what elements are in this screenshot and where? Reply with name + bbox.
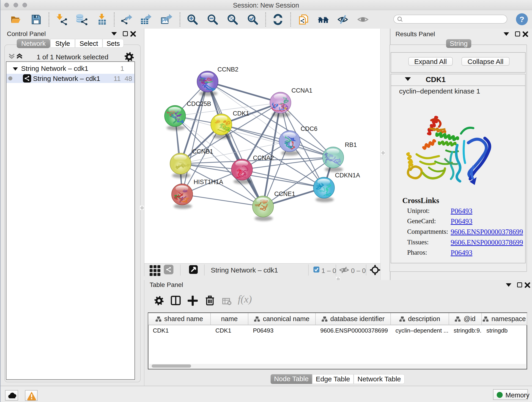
svg-text:CCNA2: CCNA2 xyxy=(253,154,274,161)
svg-text:CDC25B: CDC25B xyxy=(187,100,211,107)
svg-text:CCNB1: CCNB1 xyxy=(192,148,213,155)
svg-text:CDK1: CDK1 xyxy=(233,110,249,117)
svg-text:CDKN1A: CDKN1A xyxy=(335,172,360,179)
svg-text:CDC6: CDC6 xyxy=(301,125,317,132)
svg-text:CCNE1: CCNE1 xyxy=(274,191,295,197)
svg-text:CCNA1: CCNA1 xyxy=(291,87,312,94)
svg-text:RB1: RB1 xyxy=(345,141,357,148)
svg-text:CCNB2: CCNB2 xyxy=(217,66,239,73)
svg-text:HIST1H1A: HIST1H1A xyxy=(194,179,223,185)
